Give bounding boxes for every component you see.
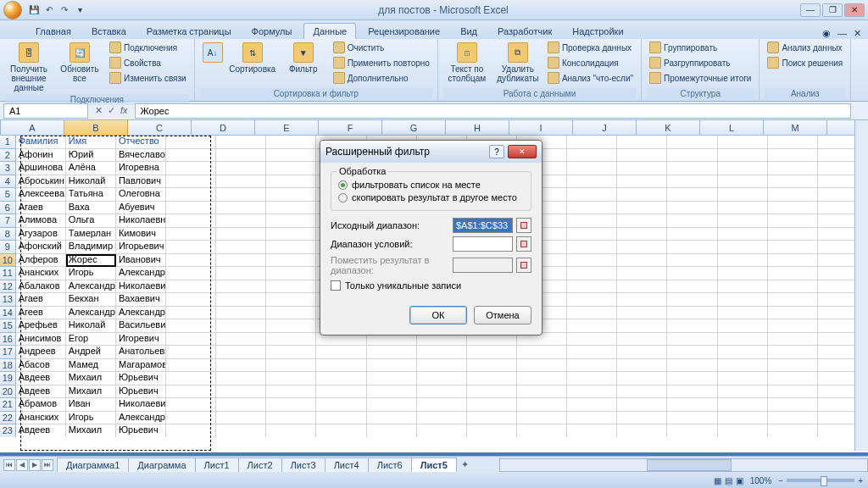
cell[interactable]: Игорьевич: [116, 241, 166, 254]
horizontal-scrollbar[interactable]: [499, 458, 868, 472]
cell[interactable]: [316, 412, 366, 425]
cell[interactable]: Афонин: [16, 149, 66, 163]
cell[interactable]: [768, 241, 818, 254]
tab-pagelayout[interactable]: Разметка страницы: [138, 24, 240, 39]
whatif-button[interactable]: Анализ "что-если": [545, 71, 636, 85]
cell[interactable]: [768, 333, 818, 347]
cell[interactable]: [617, 202, 667, 215]
dialog-titlebar[interactable]: Расширенный фильтр ? ✕: [320, 141, 542, 163]
cell[interactable]: Вячеславович: [116, 149, 166, 163]
cell[interactable]: [567, 372, 617, 385]
sheet-tab[interactable]: Лист4: [325, 458, 369, 472]
cell[interactable]: Павлович: [116, 175, 166, 189]
cell[interactable]: [718, 149, 768, 163]
cell[interactable]: [667, 214, 717, 228]
cell[interactable]: [316, 385, 366, 399]
cell[interactable]: [216, 202, 266, 215]
cell[interactable]: [567, 136, 617, 149]
cancel-button[interactable]: Отмена: [474, 306, 531, 324]
cell[interactable]: [768, 254, 818, 268]
row-header[interactable]: 12: [0, 280, 16, 294]
row-header[interactable]: 15: [0, 319, 16, 333]
fx-icon[interactable]: fx: [120, 105, 128, 116]
sheet-tab[interactable]: Лист6: [368, 458, 412, 472]
cell[interactable]: [567, 307, 617, 320]
cell[interactable]: Александр: [66, 307, 116, 320]
cell[interactable]: [166, 372, 216, 385]
cell[interactable]: [417, 346, 467, 359]
cell[interactable]: [567, 385, 617, 399]
enter-icon[interactable]: ✓: [108, 105, 115, 116]
sheet-nav-last[interactable]: ⏭: [42, 459, 53, 471]
tab-home[interactable]: Главная: [27, 24, 80, 39]
cell[interactable]: [166, 175, 216, 189]
cell[interactable]: [617, 398, 667, 412]
cell[interactable]: [166, 398, 216, 412]
cell[interactable]: [467, 424, 517, 437]
cell[interactable]: [367, 372, 417, 385]
column-header[interactable]: G: [382, 120, 446, 136]
remove-duplicates-button[interactable]: ⧉Удалить дубликаты: [494, 41, 542, 85]
cell[interactable]: [667, 149, 717, 163]
consolidation-button[interactable]: Консолидация: [545, 56, 636, 69]
cell[interactable]: Владимир: [66, 241, 116, 254]
cell[interactable]: [266, 175, 316, 189]
cell[interactable]: [467, 359, 517, 373]
cell[interactable]: Анисимов: [16, 333, 66, 347]
solver-button[interactable]: Поиск решения: [765, 56, 845, 69]
cell[interactable]: [166, 424, 216, 437]
cell[interactable]: Бекхан: [66, 293, 116, 307]
row-header[interactable]: 17: [0, 346, 16, 359]
cell[interactable]: [417, 412, 467, 425]
cell[interactable]: [718, 412, 768, 425]
cell[interactable]: Игорь: [66, 267, 116, 280]
sheet-tab[interactable]: Лист3: [281, 458, 326, 472]
cell[interactable]: Юрьевич: [116, 372, 166, 385]
cell[interactable]: Абасов: [16, 359, 66, 373]
view-normal-icon[interactable]: ▦: [714, 476, 721, 485]
cell[interactable]: [667, 359, 717, 373]
cell[interactable]: [718, 214, 768, 228]
cell[interactable]: Юрьевич: [116, 424, 166, 437]
cell[interactable]: [266, 188, 316, 202]
row-header[interactable]: 18: [0, 359, 16, 373]
cell[interactable]: [718, 307, 768, 320]
cell[interactable]: [266, 136, 316, 149]
tab-insert[interactable]: Вставка: [83, 24, 135, 39]
cell[interactable]: [718, 228, 768, 241]
cell[interactable]: Агаев: [16, 293, 66, 307]
advanced-filter-button[interactable]: Дополнительно: [331, 71, 432, 85]
clear-filter-button[interactable]: Очистить: [331, 41, 432, 54]
cell[interactable]: [166, 319, 216, 333]
cell[interactable]: Тамерлан: [66, 228, 116, 241]
cell[interactable]: [567, 149, 617, 163]
cell[interactable]: [266, 280, 316, 294]
sheet-tab[interactable]: Диаграмма1: [57, 458, 129, 472]
cell[interactable]: [617, 280, 667, 294]
cell[interactable]: Александрович: [116, 412, 166, 425]
cell[interactable]: [316, 346, 366, 359]
cell[interactable]: Иван: [66, 398, 116, 412]
cell[interactable]: Андреев: [16, 346, 66, 359]
cell[interactable]: [617, 346, 667, 359]
sheet-nav-first[interactable]: ⏮: [3, 459, 15, 471]
cell[interactable]: Егор: [66, 333, 116, 347]
cell[interactable]: [617, 372, 667, 385]
cell[interactable]: [617, 188, 667, 202]
connections-button[interactable]: Подключения: [107, 41, 189, 54]
cell[interactable]: [617, 333, 667, 347]
cell[interactable]: [166, 228, 216, 241]
cell[interactable]: Аброськин: [16, 175, 66, 189]
cell[interactable]: [417, 359, 467, 373]
cell[interactable]: Васильевич: [116, 319, 166, 333]
cell[interactable]: [718, 385, 768, 399]
cell[interactable]: [768, 424, 818, 437]
cell[interactable]: Иванович: [116, 254, 166, 268]
text-to-columns-button[interactable]: ⎅Текст по столбцам: [443, 41, 491, 85]
cell[interactable]: [667, 188, 717, 202]
cell[interactable]: [367, 412, 417, 425]
cell[interactable]: [567, 188, 617, 202]
cell[interactable]: [266, 293, 316, 307]
edit-links-button[interactable]: Изменить связи: [107, 71, 189, 85]
cell[interactable]: [367, 359, 417, 373]
